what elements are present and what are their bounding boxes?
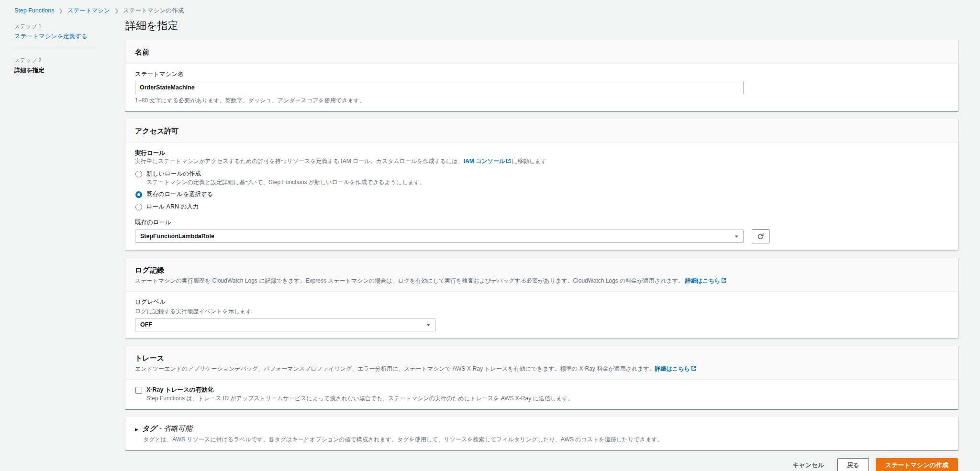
tracing-section: トレース エンドツーエンドのアプリケーションデバッグ、パフォーマンスプロファイリ… [125,346,958,409]
tracing-description: エンドツーエンドのアプリケーションデバッグ、パフォーマンスプロファイリング、エラ… [135,365,948,372]
logging-description: ステートマシンの実行履歴を CloudWatch Logs に記録できます。Ex… [135,277,948,285]
permissions-section-body: 実行ロール 実行中にステートマシンがアクセスするための許可を持つリソースを定義す… [125,143,958,251]
breadcrumb: Step Functions❯ステートマシン❯ステートマシンの作成 [0,0,980,15]
tags-heading: タグ [142,424,157,433]
logging-desc-text: ステートマシンの実行履歴を CloudWatch Logs に記録できます。Ex… [135,277,685,284]
radio-label[interactable]: ロール ARN の入力 [146,203,199,211]
existing-role-select[interactable]: StepFunctionLambdaRole ▼ [135,230,744,243]
log-level-description: ログに記録する実行履歴イベントを示します [135,307,948,315]
tracing-desc-text: エンドツーエンドのアプリケーションデバッグ、パフォーマンスプロファイリング、エラ… [135,365,655,372]
expander-caret-icon: ▶ [135,427,138,432]
page-title: 詳細を指定 [125,19,958,33]
name-constraint-text: 1~80 文字にする必要があります。英数字、ダッシュ、アンダースコアを使用できま… [135,97,948,104]
xray-checkbox[interactable] [135,387,142,394]
tracing-learn-more-link[interactable]: 詳細はこちら [655,365,690,372]
external-link-icon [691,366,696,371]
breadcrumb-link-state-machines[interactable]: ステートマシン [67,7,110,14]
refresh-roles-button[interactable] [752,229,769,243]
xray-checkbox-row: X-Ray トレースの有効化 Step Functions は、トレース ID … [135,386,948,402]
breadcrumb-current: ステートマシンの作成 [123,7,184,14]
radio-description: ステートマシンの定義と設定詳細に基づいて、Step Functions が新しい… [146,178,425,186]
logging-learn-more-link[interactable]: 詳細はこちら [685,277,720,284]
cancel-button[interactable]: キャンセル [792,461,824,470]
logging-section-body: ログレベル ログに記録する実行履歴イベントを示します OFF ▼ [125,292,958,339]
radio-option-choose-existing-role: 既存のロールを選択する [135,190,948,198]
name-section-heading: 名前 [135,47,948,57]
tags-heading-optional: - 省略可能 [159,424,192,433]
radio-button[interactable] [135,204,142,210]
radio-option-enter-role-arn: ロール ARN の入力 [135,203,948,211]
logging-section: ログ記録 ステートマシンの実行履歴を CloudWatch Logs に記録でき… [125,258,958,339]
main-panel: 詳細を指定 名前 ステートマシン名 1~80 文字にする必要があります。英数字、… [125,15,958,471]
log-level-value: OFF [140,321,152,328]
sidebar-item-step1[interactable]: ステートマシンを定義する [14,33,88,40]
state-machine-name-input[interactable] [135,81,744,94]
external-link-icon [506,158,511,164]
step2-label: ステップ 2 [14,57,96,64]
execution-role-label: 実行ロール [135,149,948,157]
log-level-select[interactable]: OFF ▼ [135,318,435,331]
xray-checkbox-label[interactable]: X-Ray トレースの有効化 [146,386,574,394]
steps-divider [14,49,96,49]
tags-expander[interactable]: ▶ タグ - 省略可能 [135,424,948,433]
breadcrumb-separator-icon: ❯ [58,8,63,13]
breadcrumb-link-step-functions[interactable]: Step Functions [14,7,54,14]
back-button[interactable]: 戻る [837,458,869,471]
radio-button[interactable] [135,171,142,177]
radio-button-selected[interactable] [135,191,142,198]
footer-actions: キャンセル 戻る ステートマシンの作成 [125,458,958,471]
existing-role-value: StepFunctionLambdaRole [140,233,214,240]
chevron-down-icon: ▼ [734,234,739,239]
refresh-icon [757,233,764,240]
log-level-label: ログレベル [135,298,948,306]
tracing-section-body: X-Ray トレースの有効化 Step Functions は、トレース ID … [125,380,958,409]
chevron-down-icon: ▼ [425,323,431,327]
content-area: ステップ 1 ステートマシンを定義する ステップ 2 詳細を指定 詳細を指定 名… [0,15,980,471]
existing-role-label: 既存のロール [135,219,948,227]
permissions-section: アクセス許可 実行ロール 実行中にステートマシンがアクセスするための許可を持つリ… [125,119,958,251]
sidebar-item-step2: 詳細を指定 [14,66,96,75]
existing-role-block: 既存のロール StepFunctionLambdaRole ▼ [135,219,948,243]
tracing-section-header: トレース エンドツーエンドのアプリケーションデバッグ、パフォーマンスプロファイリ… [125,346,958,380]
breadcrumb-separator-icon: ❯ [114,8,119,13]
radio-option-create-new-role: 新しいロールの作成 ステートマシンの定義と設定詳細に基づいて、Step Func… [135,170,948,186]
steps-nav: ステップ 1 ステートマシンを定義する ステップ 2 詳細を指定 [14,15,96,471]
tags-description: タグとは、AWS リソースに付けるラベルです。各タグはキーとオプションの値で構成… [143,436,948,443]
tracing-section-heading: トレース [135,353,948,363]
tags-section: ▶ タグ - 省略可能 タグとは、AWS リソースに付けるラベルです。各タグはキ… [125,417,958,450]
name-section: 名前 ステートマシン名 1~80 文字にする必要があります。英数字、ダッシュ、ア… [125,40,958,111]
execution-role-desc-text-after: に移動します [512,158,546,164]
permissions-section-header: アクセス許可 [125,119,958,143]
state-machine-name-label: ステートマシン名 [135,70,948,78]
logging-section-heading: ログ記録 [135,265,948,275]
logging-section-header: ログ記録 ステートマシンの実行履歴を CloudWatch Logs に記録でき… [125,258,958,292]
permissions-section-heading: アクセス許可 [135,126,948,136]
external-link-icon [721,278,726,283]
name-section-header: 名前 [125,40,958,64]
step1-label: ステップ 1 [14,23,96,30]
xray-checkbox-description: Step Functions は、トレース ID がアップストリームサービスによ… [146,394,574,402]
radio-label[interactable]: 既存のロールを選択する [146,190,213,198]
execution-role-desc-text: 実行中にステートマシンがアクセスするための許可を持つリソースを定義する IAM … [135,158,464,164]
create-state-machine-button[interactable]: ステートマシンの作成 [876,458,958,471]
iam-console-link[interactable]: IAM コンソール [464,158,505,164]
name-section-body: ステートマシン名 1~80 文字にする必要があります。英数字、ダッシュ、アンダー… [125,64,958,111]
radio-label[interactable]: 新しいロールの作成 [146,170,425,178]
execution-role-description: 実行中にステートマシンがアクセスするための許可を持つリソースを定義する IAM … [135,157,948,165]
